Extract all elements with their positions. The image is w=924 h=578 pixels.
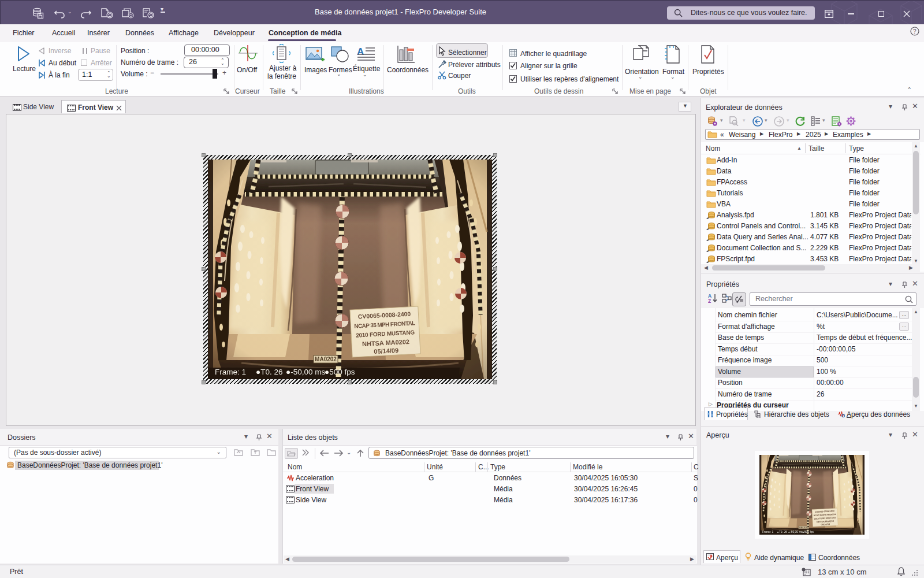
svg-text:A: A <box>357 46 364 57</box>
svg-text:●T0. 26: ●T0. 26 <box>256 368 282 376</box>
svg-text:●500 fps: ●500 fps <box>325 368 355 376</box>
svg-text:Frame: 1: Frame: 1 <box>215 368 246 376</box>
svg-text:?: ? <box>913 28 916 35</box>
svg-text:Z: Z <box>708 298 711 303</box>
svg-text:●-50,00 ms: ●-50,00 ms <box>286 368 325 376</box>
